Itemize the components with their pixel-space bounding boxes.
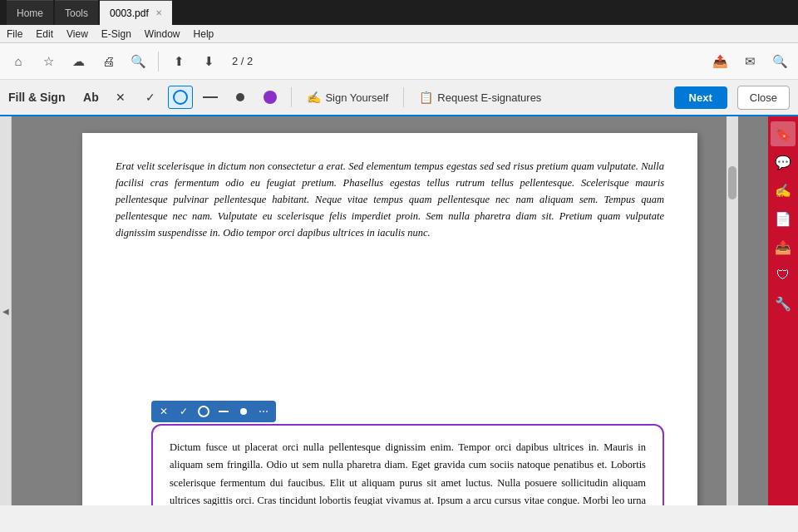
ft-circle-btn[interactable] [195,402,213,421]
ft-more-icon: ⋯ [259,406,268,417]
close-button[interactable]: Close [737,86,790,110]
menu-window[interactable]: Window [145,28,180,40]
tools-rs-icon: 🔧 [775,296,791,312]
ft-cross-icon: ✕ [160,406,168,417]
file-tab[interactable]: 0003.pdf ✕ [100,0,172,25]
prev-page-icon[interactable]: ⬆ [165,48,192,75]
next-button[interactable]: Next [674,86,727,109]
next-page-icon[interactable]: ⬇ [195,48,222,75]
page-nav: 2 / 2 [232,55,253,67]
menu-help[interactable]: Help [194,28,214,40]
page-display: 2 / 2 [232,55,253,67]
left-sidebar-toggle[interactable]: ◀ [0,116,12,505]
export-rs-icon: 📤 [775,239,791,255]
home-tab[interactable]: Home [7,0,53,25]
text-tool[interactable]: Ab [78,86,103,109]
menu-edit[interactable]: Edit [36,28,53,40]
selected-text-box[interactable]: Dictum fusce ut placerat orci nulla pell… [151,424,664,505]
ft-circle-icon [198,406,209,417]
home-tab-label: Home [17,7,43,19]
ft-line-icon [219,411,229,412]
bookmark-toolbar-icon[interactable]: ☆ [35,48,62,75]
zoom-icon[interactable]: 🔍 [125,48,151,75]
fillsign-title: Fill & Sign [8,91,65,104]
circle-tool[interactable] [168,86,193,109]
pdf-viewer[interactable]: Erat velit scelerisque in dictum non con… [12,116,768,505]
line-tool-icon [203,96,218,98]
close-tab-icon[interactable]: ✕ [155,8,162,17]
scrollbar[interactable] [727,116,738,505]
sign-icon: ✍ [307,91,321,104]
ft-check-icon: ✓ [180,406,188,417]
cross-tool[interactable]: ✕ [108,86,133,109]
dot-tool-icon [236,93,244,101]
email-icon[interactable]: ✉ [736,48,763,75]
ft-line-btn[interactable] [214,402,233,421]
ft-dot-btn[interactable] [234,402,253,421]
sign-yourself-button[interactable]: ✍ Sign Yourself [300,87,395,107]
request-esignatures-label: Request E-signatures [437,91,541,104]
app-title-bar: Home Tools 0003.pdf ✕ [0,0,798,25]
right-protect-icon[interactable]: 🛡 [771,263,796,288]
main-content: ◀ Erat velit scelerisque in dictum non c… [0,116,798,505]
ft-check-btn[interactable]: ✓ [175,402,193,421]
left-arrow-icon: ◀ [2,307,9,316]
check-tool-icon: ✓ [145,91,155,104]
ft-dot-icon [240,408,247,415]
float-toolbar: ✕ ✓ ⋯ [151,401,276,422]
circle-tool-icon [173,90,188,105]
request-icon: 📋 [419,91,433,104]
cross-tool-icon: ✕ [116,91,126,104]
tools-tab-label: Tools [65,7,88,19]
tools-tab[interactable]: Tools [55,0,98,25]
pdf-body-text: Erat velit scelerisque in dictum non con… [116,158,664,241]
fs-sep-2 [403,87,404,107]
fillsign-toolbar: Fill & Sign Ab ✕ ✓ ✍ Sign Yourself 📋 Req… [0,80,798,116]
sign-yourself-label: Sign Yourself [325,91,388,104]
home-icon[interactable]: ⌂ [5,48,32,75]
right-pdf-icon[interactable]: 📄 [771,206,796,231]
menu-bar: File Edit View E-Sign Window Help [0,25,798,43]
share-icon[interactable]: 📤 [707,48,733,75]
menu-file[interactable]: File [7,28,22,40]
ft-more-btn[interactable]: ⋯ [254,402,273,421]
protect-rs-icon: 🛡 [776,268,790,283]
comment-rs-icon: 💬 [775,155,791,170]
right-export-icon[interactable]: 📤 [771,234,796,259]
file-tab-label: 0003.pdf [110,7,149,19]
line-tool[interactable] [198,86,223,109]
main-toolbar: ⌂ ☆ ☁ 🖨 🔍 ⬆ ⬇ 2 / 2 📤 ✉ 🔍 [0,43,798,80]
bookmark-rs-icon: 🔖 [775,126,791,142]
right-sidebar: 🔖 💬 ✍ 📄 📤 🛡 🔧 [768,116,798,505]
check-tool[interactable]: ✓ [138,86,163,109]
request-esignatures-button[interactable]: 📋 Request E-signatures [412,87,548,107]
dot-tool[interactable] [228,86,253,109]
print-icon[interactable]: 🖨 [95,48,121,75]
ft-cross-btn[interactable]: ✕ [155,402,173,421]
right-signature-icon[interactable]: ✍ [771,178,796,203]
dot-color-tool-icon [264,91,277,104]
right-comment-icon[interactable]: 💬 [771,150,796,175]
menu-view[interactable]: View [66,28,88,40]
right-bookmark-icon[interactable]: 🔖 [771,121,796,146]
right-tools-icon[interactable]: 🔧 [771,291,796,316]
cloud-icon[interactable]: ☁ [65,48,91,75]
signature-rs-icon: ✍ [775,183,791,199]
pdf-rs-icon: 📄 [775,211,791,227]
dot-color-tool[interactable] [258,86,283,109]
toolbar-sep-1 [158,52,159,71]
text-tool-label: Ab [83,91,99,104]
menu-esign[interactable]: E-Sign [101,28,131,40]
scroll-thumb[interactable] [728,166,736,200]
fs-sep-1 [291,87,292,107]
selected-text: Dictum fusce ut placerat orci nulla pell… [170,439,646,505]
search-icon[interactable]: 🔍 [766,48,793,75]
pdf-page: Erat velit scelerisque in dictum non con… [82,133,697,505]
